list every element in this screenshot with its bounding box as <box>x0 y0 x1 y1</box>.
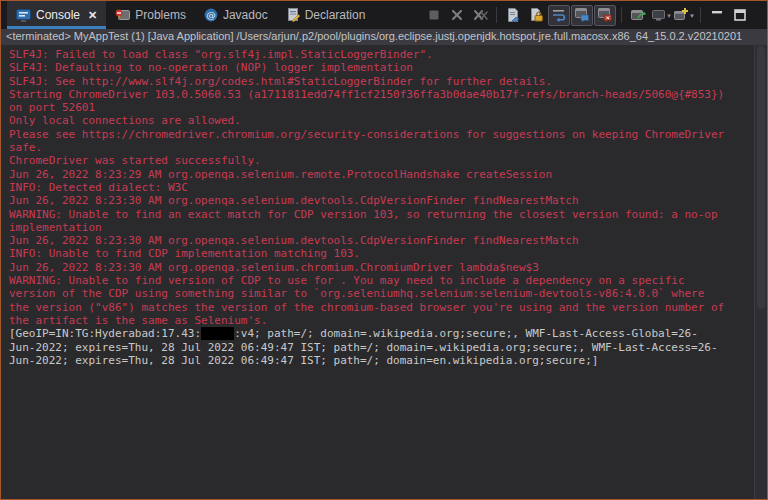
console-line: SLF4J: See http://www.slf4j.org/codes.ht… <box>9 75 751 88</box>
console-icon <box>16 9 31 22</box>
remove-launch-icon <box>451 9 463 21</box>
console-line: Starting ChromeDriver 103.0.5060.53 (a17… <box>9 88 751 101</box>
console-line: Jun 26, 2022 8:23:29 AM org.openqa.selen… <box>9 168 751 181</box>
terminate-button[interactable] <box>423 5 445 26</box>
minimize-icon <box>711 9 723 21</box>
redaction-box: ##### <box>201 327 234 340</box>
console-line: SLF4J: Failed to load class "org.slf4j.i… <box>9 48 751 61</box>
show-stderr-button[interactable] <box>594 5 616 26</box>
console-line: ChromeDriver was started successfully. <box>9 154 751 167</box>
view-tab-bar: Console✕Problems@JavadocDeclaration ▾▾ <box>1 1 767 29</box>
console-line: Jun-2022; expires=Thu, 28 Jul 2022 06:49… <box>9 341 751 354</box>
close-icon[interactable]: ✕ <box>88 9 97 22</box>
console-line: implementation <box>9 221 751 234</box>
tab-console[interactable]: Console✕ <box>7 1 106 29</box>
terminate-icon <box>428 9 440 21</box>
show-stdout-button[interactable] <box>571 5 593 26</box>
open-console-icon <box>674 8 689 22</box>
console-line: Jun 26, 2022 8:23:30 AM org.openqa.selen… <box>9 234 751 247</box>
tab-problems[interactable]: Problems <box>106 1 195 29</box>
open-console-button[interactable]: ▾ <box>673 5 695 26</box>
show-stdout-icon <box>575 8 590 22</box>
tab-label: Console <box>36 8 80 22</box>
clear-console-button[interactable] <box>502 5 524 26</box>
console-text-segment: :v4; path=/; domain=.wikipedia.org;secur… <box>234 327 698 340</box>
pin-console-button[interactable] <box>627 5 649 26</box>
remove-all-terminated-icon <box>473 9 488 21</box>
maximize-icon <box>734 9 746 21</box>
scroll-lock-button[interactable] <box>525 5 547 26</box>
tab-label: Problems <box>135 8 186 22</box>
console-line: Jun-2022; expires=Thu, 28 Jul 2022 06:49… <box>9 354 751 367</box>
display-console-icon <box>651 9 666 22</box>
console-line: on port 52601 <box>9 101 751 114</box>
scroll-lock-icon <box>529 8 543 22</box>
console-line: Jun 26, 2022 8:23:30 AM org.openqa.selen… <box>9 194 751 207</box>
console-line: safe. <box>9 141 751 154</box>
maximize-button[interactable] <box>729 5 751 26</box>
svg-text:@: @ <box>206 9 216 20</box>
tab-label: Declaration <box>305 8 366 22</box>
chevron-down-icon[interactable]: ▾ <box>690 12 694 19</box>
console-line: version of the CDP using something simil… <box>9 287 751 300</box>
vertical-scrollbar[interactable] <box>754 45 767 499</box>
tab-declaration[interactable]: Declaration <box>277 1 375 29</box>
console-text-segment: [GeoIP=IN:TG:Hyderabad:17.43: <box>9 327 201 340</box>
console-line: WARNING: Unable to find version of CDP t… <box>9 274 751 287</box>
console-line: Jun 26, 2022 8:23:30 AM org.openqa.selen… <box>9 261 751 274</box>
tab-javadoc[interactable]: @Javadoc <box>195 1 277 29</box>
console-line: the artifact is the same as Selenium's. <box>9 314 751 327</box>
console-line: WARNING: Unable to find an exact match f… <box>9 208 751 221</box>
console-view-window: Console✕Problems@JavadocDeclaration ▾▾ <… <box>0 0 768 500</box>
console-line: Only local connections are allowed. <box>9 114 751 127</box>
console-line: Please see https://chromedriver.chromium… <box>9 128 751 141</box>
show-stderr-icon <box>598 8 613 22</box>
remove-launch-button[interactable] <box>446 5 468 26</box>
javadoc-icon: @ <box>204 8 218 22</box>
toolbar-separator <box>621 7 622 23</box>
word-wrap-button[interactable] <box>548 5 570 26</box>
tab-label: Javadoc <box>223 8 268 22</box>
toolbar-separator <box>496 7 497 23</box>
pin-console-icon <box>631 8 646 22</box>
declaration-icon <box>286 8 300 22</box>
console-process-header: <terminated> MyAppTest (1) [Java Applica… <box>1 29 767 45</box>
console-line: INFO: Unable to find CDP implementation … <box>9 247 751 260</box>
console-toolbar: ▾▾ <box>423 1 767 29</box>
word-wrap-icon <box>552 8 566 22</box>
console-line: [GeoIP=IN:TG:Hyderabad:17.43:#####:v4; p… <box>9 327 751 340</box>
problems-icon <box>115 9 130 22</box>
scrollbar-thumb[interactable] <box>757 46 765 309</box>
console-line: INFO: Detected dialect: W3C <box>9 181 751 194</box>
console-line: the version ("v86") matches the version … <box>9 301 751 314</box>
console-line: SLF4J: Defaulting to no-operation (NOP) … <box>9 61 751 74</box>
chevron-down-icon[interactable]: ▾ <box>667 12 671 19</box>
clear-console-icon <box>506 8 520 22</box>
view-tabs: Console✕Problems@JavadocDeclaration <box>7 1 374 29</box>
minimize-button[interactable] <box>706 5 728 26</box>
toolbar-separator <box>700 7 701 23</box>
console-output[interactable]: SLF4J: Failed to load class "org.slf4j.i… <box>1 45 767 499</box>
remove-all-terminated-button[interactable] <box>469 5 491 26</box>
display-selected-console-button[interactable]: ▾ <box>650 5 672 26</box>
